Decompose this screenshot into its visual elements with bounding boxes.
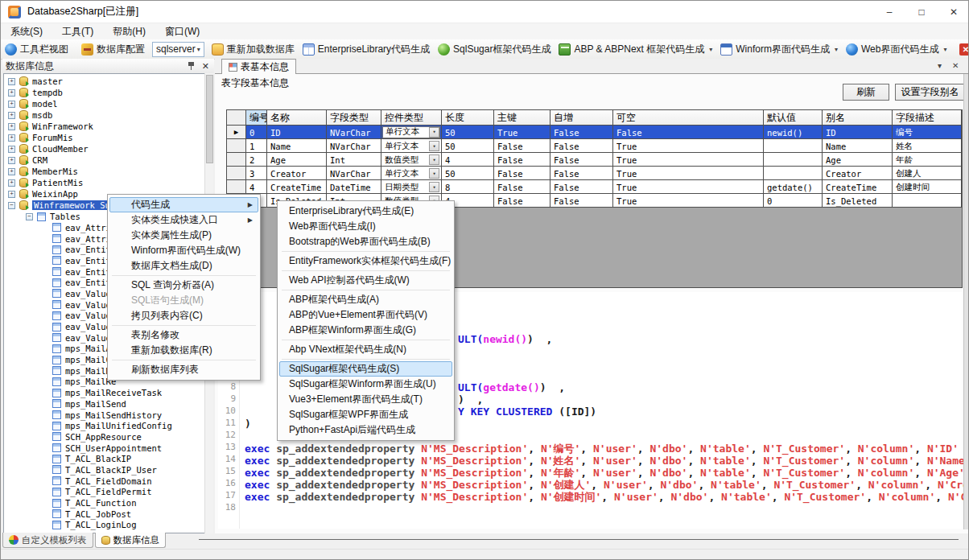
grid-cell[interactable]: 单行文本▾	[381, 126, 442, 139]
tree-item[interactable]: +model	[4, 98, 212, 109]
grid-cell[interactable]: 单行文本▾	[381, 139, 442, 153]
grid-cell[interactable]: True	[613, 167, 764, 180]
submenu-item[interactable]: SqlSugar框架代码生成(S)	[279, 361, 452, 377]
grid-header-cell[interactable]: 可空	[613, 110, 764, 126]
web-codegen-button[interactable]: Web界面代码生成 ▾	[842, 40, 950, 58]
grid-cell[interactable]: 3	[246, 167, 267, 180]
grid-cell[interactable]: 50	[442, 139, 494, 153]
expand-icon[interactable]: +	[8, 134, 15, 142]
grid-cell[interactable]: False	[550, 126, 613, 139]
grid-header-cell[interactable]: 字段描述	[893, 110, 962, 126]
db-type-select[interactable]: sqlserver ▾	[152, 42, 204, 57]
tree-item[interactable]: +tempdb	[4, 87, 212, 98]
grid-cell[interactable]: False	[550, 194, 613, 208]
grid-cell[interactable]: False	[550, 139, 613, 153]
grid-cell[interactable]: 4	[246, 180, 267, 194]
expand-icon[interactable]: +	[8, 146, 15, 153]
collapse-icon[interactable]: −	[26, 213, 33, 220]
grid-cell[interactable]: Age	[823, 153, 893, 167]
grid-cell[interactable]: False	[613, 126, 764, 139]
expand-icon[interactable]: +	[8, 157, 15, 164]
expand-icon[interactable]: +	[8, 101, 15, 108]
grid-cell[interactable]: NVarChar	[327, 126, 381, 139]
submenu-item[interactable]: Python+FastApi后端代码生成	[279, 422, 452, 438]
context-menu-item[interactable]: SQL 查询分析器(A)	[109, 278, 258, 293]
context-menu-item[interactable]: 表别名修改	[109, 327, 258, 343]
grid-cell[interactable]: 数值类型▾	[381, 153, 442, 167]
grid-header-cell[interactable]: 名称	[267, 110, 327, 126]
db-config-button[interactable]: 数据库配置	[77, 40, 149, 58]
row-selector[interactable]	[227, 167, 246, 180]
submenu-item[interactable]: EntityFramework实体框架代码生成(F)	[279, 253, 452, 269]
grid-cell[interactable]: Creator	[823, 167, 893, 180]
tree-item[interactable]: +CloudMember	[4, 143, 212, 154]
tree-item[interactable]: T_ACL_FieldDomain	[4, 476, 212, 487]
submenu-item[interactable]: ABP框架代码生成(A)	[279, 292, 452, 307]
combo-dropdown-icon[interactable]: ▾	[429, 127, 439, 138]
combo-dropdown-icon[interactable]: ▾	[429, 141, 439, 151]
grid-cell[interactable]: Creator	[267, 167, 327, 180]
expand-icon[interactable]: +	[8, 123, 15, 130]
exit-button[interactable]: ✕ 退出	[955, 40, 969, 58]
context-menu-item[interactable]: 代码生成▶	[109, 197, 258, 212]
grid-cell[interactable]: 创建人	[893, 167, 962, 180]
grid-cell[interactable]: False	[550, 153, 613, 167]
row-selector[interactable]	[227, 153, 246, 167]
grid-cell[interactable]: DateTime	[327, 180, 381, 194]
maximize-button[interactable]: □	[905, 1, 938, 23]
row-selector[interactable]	[227, 139, 246, 153]
collapse-icon[interactable]: −	[8, 202, 15, 209]
grid-cell[interactable]: 0	[764, 194, 823, 208]
submenu-item[interactable]: Web API控制器代码生成(W)	[279, 273, 452, 288]
tree-item[interactable]: +msdb	[4, 109, 212, 121]
submenu-item[interactable]: SqlSugar框架WPF界面生成	[279, 407, 452, 422]
context-menu-item[interactable]: Winform界面代码生成(W)	[109, 243, 258, 258]
control-type-combo[interactable]: 单行文本▾	[382, 126, 440, 138]
tree-item[interactable]: T_ACL_Function	[4, 497, 212, 509]
grid-cell[interactable]: CreateTime	[823, 180, 893, 194]
grid-cell[interactable]: True	[613, 194, 764, 208]
tree-item[interactable]: +PatientMis	[4, 177, 212, 188]
grid-header-cell[interactable]: 编号	[246, 110, 267, 126]
tree-item[interactable]: mps_MailUnifiedConfig	[4, 420, 212, 431]
grid-cell[interactable]: False	[494, 153, 550, 167]
submenu-item[interactable]: EnterpriseLibrary代码生成(E)	[279, 204, 452, 219]
tab-table-basic-info[interactable]: 表基本信息	[221, 59, 296, 74]
grid-header-cell[interactable]: 字段类型	[327, 110, 381, 126]
expand-icon[interactable]: +	[8, 168, 15, 175]
context-menu-item[interactable]: 数据库文档生成(D)	[109, 258, 258, 274]
control-type-combo[interactable]: 数值类型▾	[385, 154, 439, 166]
tab-custom-templates[interactable]: 自定义模板列表	[2, 533, 93, 548]
grid-cell[interactable]	[764, 139, 823, 153]
combo-dropdown-icon[interactable]: ▾	[429, 182, 439, 192]
grid-cell[interactable]: 4	[442, 153, 494, 167]
menubar-item[interactable]: 窗口(W)	[155, 23, 209, 40]
grid-cell[interactable]: 创建时间	[893, 180, 962, 194]
grid-cell[interactable]: Name	[267, 139, 327, 153]
scrollbar-thumb[interactable]	[206, 75, 213, 163]
grid-cell[interactable]: 8	[442, 180, 494, 194]
grid-cell[interactable]	[764, 167, 823, 180]
grid-cell[interactable]: 1	[246, 139, 267, 153]
grid-cell[interactable]: 年龄	[893, 153, 962, 167]
expand-icon[interactable]: +	[8, 179, 15, 187]
tree-item[interactable]: T_ACL_BlackIP	[4, 453, 212, 464]
tree-item[interactable]: SCH_AppResource	[4, 431, 212, 443]
control-type-combo[interactable]: 日期类型▾	[385, 181, 439, 193]
tree-item[interactable]: +master	[4, 76, 212, 87]
control-type-combo[interactable]: 单行文本▾	[385, 167, 439, 179]
expand-icon[interactable]: +	[8, 191, 15, 198]
combo-dropdown-icon[interactable]: ▾	[429, 168, 439, 179]
submenu-item[interactable]: ABP框架Winform界面生成(G)	[279, 323, 452, 338]
tree-item[interactable]: mps_MailSendHistory	[4, 410, 212, 421]
context-menu-item[interactable]: 实体类属性生成(P)	[109, 228, 258, 243]
tree-item[interactable]: mps_MailSend	[4, 398, 212, 410]
menubar-item[interactable]: 系统(S)	[1, 23, 52, 40]
grid-cell[interactable]: 日期类型▾	[381, 180, 442, 194]
grid-cell[interactable]: Name	[823, 139, 893, 153]
grid-header-cell[interactable]: 长度	[442, 110, 494, 126]
grid-cell[interactable]: 50	[442, 126, 494, 139]
winform-codegen-button[interactable]: Winform界面代码生成 ▾	[716, 40, 842, 58]
right-splitter[interactable]	[963, 74, 969, 529]
expand-icon[interactable]: +	[8, 112, 15, 119]
